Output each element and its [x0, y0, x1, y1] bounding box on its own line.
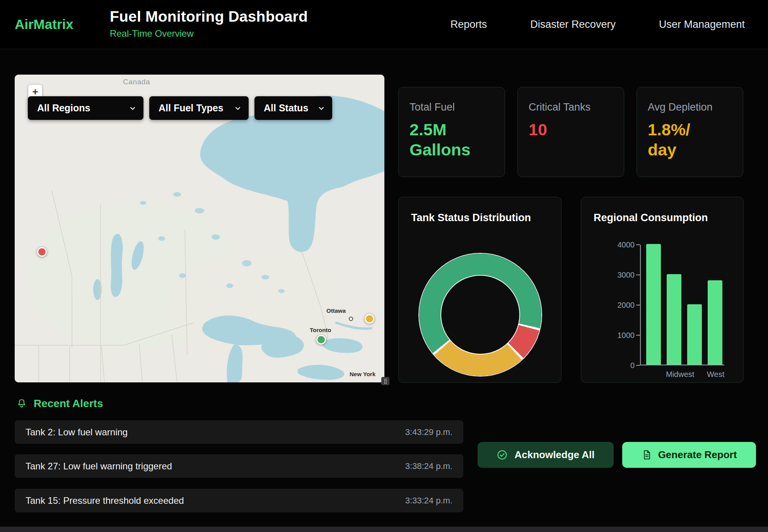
fuel-types-filter-dropdown[interactable]: All Fuel Types: [149, 96, 249, 120]
y-tick-label-0: 0: [602, 361, 635, 370]
bar-0: [646, 244, 661, 365]
header: AirMatrix Fuel Monitoring Dashboard Real…: [0, 0, 768, 49]
y-tick-mark: [636, 275, 640, 275]
alert-timestamp: 3:38:24 p.m.: [405, 461, 452, 471]
y-tick-label-1000: 1000: [602, 331, 635, 340]
page-subtitle: Real-Time Overview: [110, 28, 308, 39]
regions-filter-label: All Regions: [37, 102, 90, 114]
chevron-down-icon: [129, 104, 137, 112]
title-block: Fuel Monitoring Dashboard Real-Time Over…: [110, 8, 308, 39]
alert-message: Tank 15: Pressure threshold exceeded: [26, 495, 184, 506]
alert-row[interactable]: Tank 27: Low fuel warning triggered 3:38…: [15, 454, 463, 478]
generate-report-button[interactable]: Generate Report: [622, 442, 756, 468]
stat-value: 10: [529, 119, 597, 140]
stat-label: Total Fuel: [410, 101, 494, 113]
x-tick-label-0: [645, 370, 660, 379]
map-label-ottawa: Ottawa: [326, 307, 346, 314]
generate-report-label: Generate Report: [658, 449, 737, 461]
bar-chart-x-labels: MidwestWest: [645, 370, 722, 379]
y-tick-mark: [636, 244, 640, 245]
recent-alerts-heading: Recent Alerts: [16, 397, 103, 410]
chevron-down-icon: [317, 104, 325, 112]
y-tick-mark: [636, 335, 640, 336]
map-filter-row: All Regions All Fuel Types All Status: [28, 96, 332, 120]
x-tick-label-1: Midwest: [666, 370, 681, 379]
x-tick-label-3: West: [707, 370, 722, 379]
tank-status-card: Tank Status Distribution: [398, 197, 561, 383]
capital-city-icon: [349, 317, 353, 321]
map-panel[interactable]: + − All Regions All Fuel Types All Statu…: [15, 75, 384, 382]
chevron-down-icon: [234, 104, 242, 112]
alert-timestamp: 3:33:24 p.m.: [405, 496, 452, 506]
donut-chart-title: Tank Status Distribution: [411, 212, 531, 224]
y-tick-label-4000: 4000: [602, 240, 635, 249]
alert-timestamp: 3:43:29 p.m.: [405, 427, 452, 437]
app-window: AirMatrix Fuel Monitoring Dashboard Real…: [0, 0, 768, 532]
acknowledge-all-label: Acknowledge All: [514, 449, 594, 461]
regional-consumption-card: Regional Consumption 01000200030004000 M…: [581, 197, 744, 383]
alert-row[interactable]: Tank 2: Low fuel warning 3:43:29 p.m.: [15, 420, 463, 444]
stat-card-critical-tanks: Critical Tanks 10: [517, 87, 624, 177]
y-tick-label-3000: 3000: [602, 271, 635, 280]
y-tick-mark: [636, 305, 640, 305]
acknowledge-all-button[interactable]: Acknowledge All: [478, 442, 614, 468]
nav-item-reports[interactable]: Reports: [451, 19, 487, 31]
status-filter-dropdown[interactable]: All Status: [254, 96, 332, 120]
check-circle-icon: [497, 449, 508, 460]
bar-3: [708, 280, 722, 365]
stat-value: 1.8%/ day: [648, 119, 717, 160]
recent-alerts-title: Recent Alerts: [34, 397, 103, 410]
map-label-toronto: Toronto: [310, 327, 331, 333]
map-label-canada: Canada: [123, 78, 150, 86]
tank-marker-critical[interactable]: [37, 247, 47, 257]
alert-row[interactable]: Tank 15: Pressure threshold exceeded 3:3…: [15, 489, 463, 512]
map-canvas[interactable]: [15, 75, 384, 382]
stat-card-total-fuel: Total Fuel 2.5M Gallons: [398, 87, 505, 177]
regions-filter-dropdown[interactable]: All Regions: [28, 96, 143, 120]
brand-logo: AirMatrix: [15, 17, 73, 32]
status-filter-label: All Status: [264, 102, 308, 114]
y-tick-mark: [636, 365, 640, 366]
nav-item-disaster-recovery[interactable]: Disaster Recovery: [530, 19, 616, 31]
bar-chart-title: Regional Consumption: [594, 212, 708, 224]
stat-value: 2.5M Gallons: [410, 119, 478, 160]
alert-message: Tank 2: Low fuel warning: [26, 427, 128, 438]
stat-card-avg-depletion: Avg Depletion 1.8%/ day: [637, 87, 743, 177]
stat-label: Critical Tanks: [529, 101, 613, 113]
lake-winnipeg-water: [111, 234, 123, 297]
page-title: Fuel Monitoring Dashboard: [110, 8, 308, 25]
alert-message: Tank 27: Low fuel warning triggered: [26, 461, 172, 472]
bar-chart-plot-area: [640, 245, 724, 365]
tank-marker-normal[interactable]: [316, 335, 326, 344]
document-icon: [642, 450, 652, 460]
main-nav: Reports Disaster Recovery User Managemen…: [451, 0, 745, 49]
bar-2: [687, 304, 702, 365]
horizontal-scrollbar[interactable]: [0, 527, 768, 532]
bell-icon: [16, 398, 27, 409]
map-resize-handle[interactable]: ⣿: [381, 377, 389, 385]
stat-label: Avg Depletion: [648, 101, 732, 113]
x-tick-label-2: [686, 370, 701, 379]
map-label-new-york: New York: [350, 371, 375, 377]
y-tick-label-2000: 2000: [602, 301, 635, 310]
tank-marker-warning[interactable]: [365, 314, 374, 324]
fuel-types-filter-label: All Fuel Types: [159, 102, 224, 114]
nav-item-user-management[interactable]: User Management: [659, 19, 745, 31]
donut-chart: [419, 254, 541, 376]
bar-1: [667, 274, 681, 365]
